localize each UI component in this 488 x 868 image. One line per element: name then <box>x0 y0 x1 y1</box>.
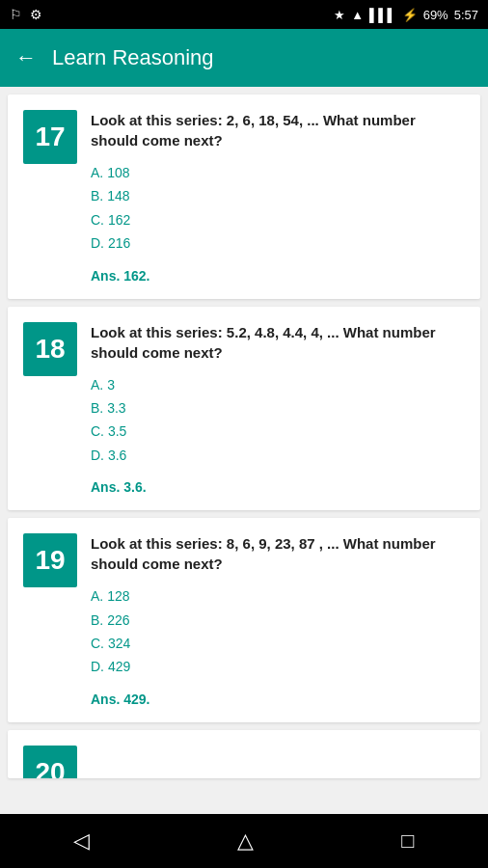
question-card-17: 17 Look at this series: 2, 6, 18, 54, ..… <box>8 95 480 299</box>
options-19: A. 128 B. 226 C. 324 D. 429 <box>91 582 465 678</box>
option-value: 128 <box>107 588 129 604</box>
question-number-20: 20 <box>23 746 77 778</box>
options-17: A. 108 B. 148 C. 162 D. 216 <box>91 158 465 255</box>
option-value: 148 <box>107 188 129 203</box>
question-number-19: 19 <box>23 533 77 587</box>
card-body-18: Look at this series: 5.2, 4.8, 4.4, 4, .… <box>91 322 465 496</box>
card-body-19: Look at this series: 8, 6, 9, 23, 87 , .… <box>91 533 465 707</box>
option-17-b: B. 148 <box>91 185 465 206</box>
toolbar: ← Learn Reasoning <box>0 29 488 87</box>
option-label: A. <box>91 588 103 604</box>
usb-icon: ⚐ <box>10 7 22 22</box>
status-bar: ⚐ ⚙ ★ ▲ ▌▌▌ ⚡ 69% 5:57 <box>0 0 488 29</box>
option-label: A. <box>91 377 103 393</box>
option-label: B. <box>91 188 103 203</box>
option-value: 3.6 <box>108 448 126 463</box>
options-18: A. 3 B. 3.3 C. 3.5 D. 3.6 <box>91 370 465 467</box>
nav-recent-button[interactable]: □ <box>378 821 437 861</box>
option-value: 226 <box>107 612 129 628</box>
wifi-icon: ▲ <box>351 8 364 22</box>
answer-17: Ans. 162. <box>91 262 465 284</box>
option-label: A. <box>91 165 103 180</box>
answer-value-18: 3.6. <box>123 479 146 495</box>
android-icon: ⚙ <box>30 7 42 22</box>
option-value: 3.3 <box>107 400 125 416</box>
question-text-19: Look at this series: 8, 6, 9, 23, 87 , .… <box>91 533 465 574</box>
option-label: B. <box>91 612 103 628</box>
option-18-d: D. 3.6 <box>91 445 465 466</box>
option-value: 429 <box>108 659 130 674</box>
answer-label-17: Ans. <box>91 268 120 284</box>
answer-19: Ans. 429. <box>91 686 465 707</box>
option-17-c: C. 162 <box>91 209 465 231</box>
question-card-18: 18 Look at this series: 5.2, 4.8, 4.4, 4… <box>8 307 480 511</box>
star-icon: ★ <box>334 8 345 22</box>
option-value: 324 <box>108 636 130 651</box>
answer-value-19: 429. <box>123 692 149 707</box>
answer-value-17: 162. <box>123 268 149 284</box>
option-value: 3.5 <box>108 423 126 439</box>
bottom-nav: ◁ △ □ <box>0 814 488 868</box>
nav-home-button[interactable]: △ <box>214 821 277 861</box>
option-label: B. <box>91 400 103 416</box>
card-body-17: Look at this series: 2, 6, 18, 54, ... W… <box>91 110 465 284</box>
question-card-20-partial: 20 <box>8 730 480 778</box>
option-label: D. <box>91 448 104 463</box>
option-value: 162 <box>108 212 130 228</box>
status-bar-left: ⚐ ⚙ <box>10 7 42 22</box>
time-display: 5:57 <box>454 8 478 22</box>
option-value: 216 <box>108 235 130 251</box>
question-card-19: 19 Look at this series: 8, 6, 9, 23, 87 … <box>8 518 480 722</box>
option-17-a: A. 108 <box>91 162 465 183</box>
question-text-18: Look at this series: 5.2, 4.8, 4.4, 4, .… <box>91 322 465 363</box>
question-number-17: 17 <box>23 110 77 164</box>
signal-icon: ▌▌▌ <box>369 8 396 22</box>
answer-label-19: Ans. <box>91 692 120 707</box>
option-value: 3 <box>107 377 115 393</box>
option-18-a: A. 3 <box>91 374 465 395</box>
page-title: Learn Reasoning <box>52 45 214 70</box>
option-value: 108 <box>107 165 129 180</box>
battery-icon: ⚡ <box>402 8 418 22</box>
option-18-c: C. 3.5 <box>91 420 465 442</box>
option-17-d: D. 216 <box>91 232 465 254</box>
question-number-18: 18 <box>23 322 77 376</box>
content-area: 17 Look at this series: 2, 6, 18, 54, ..… <box>0 87 488 814</box>
answer-label-18: Ans. <box>91 479 120 495</box>
battery-percent: 69% <box>423 8 448 22</box>
option-19-b: B. 226 <box>91 610 465 631</box>
option-18-b: B. 3.3 <box>91 397 465 419</box>
option-label: C. <box>91 636 104 651</box>
status-bar-right: ★ ▲ ▌▌▌ ⚡ 69% 5:57 <box>334 8 478 22</box>
question-text-17: Look at this series: 2, 6, 18, 54, ... W… <box>91 110 465 150</box>
answer-18: Ans. 3.6. <box>91 474 465 495</box>
back-button[interactable]: ← <box>15 45 37 70</box>
option-19-c: C. 324 <box>91 633 465 654</box>
option-label: C. <box>91 423 104 439</box>
option-19-a: A. 128 <box>91 585 465 607</box>
option-label: D. <box>91 235 104 251</box>
option-label: D. <box>91 659 104 674</box>
option-label: C. <box>91 212 104 228</box>
nav-back-button[interactable]: ◁ <box>50 821 113 861</box>
option-19-d: D. 429 <box>91 656 465 677</box>
